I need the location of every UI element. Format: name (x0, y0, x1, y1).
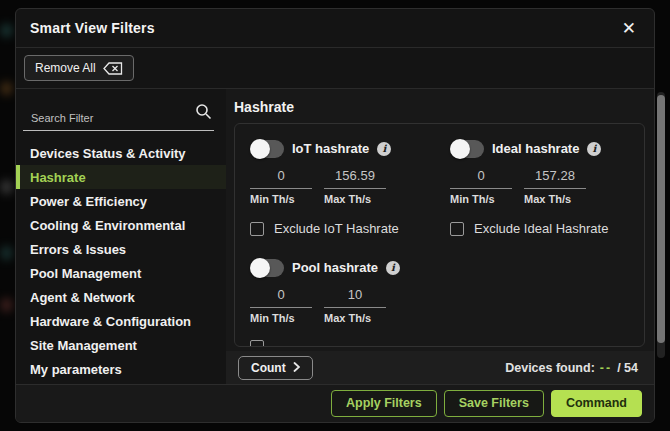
ideal-min-field: Min Th/s (450, 168, 512, 205)
sidebar-item-errors-issues[interactable]: Errors & Issues (16, 237, 226, 261)
max-ths-label: Max Th/s (324, 312, 386, 324)
max-ths-label: Max Th/s (524, 193, 586, 205)
iot-max-input[interactable] (324, 168, 386, 189)
iot-min-field: Min Th/s (250, 168, 312, 205)
sidebar-item-power-efficiency[interactable]: Power & Efficiency (16, 189, 226, 213)
sidebar-item-my-parameters[interactable]: My parameters (16, 357, 226, 381)
results-footer: Count Devices found: -- / 54 (226, 351, 654, 384)
command-button[interactable]: Command (551, 390, 642, 418)
sidebar-item-cooling-environmental[interactable]: Cooling & Environmental (16, 213, 226, 237)
sidebar-item-site-management[interactable]: Site Management (16, 333, 226, 357)
sidebar-item-agent-network[interactable]: Agent & Network (16, 285, 226, 309)
pool-max-input[interactable] (324, 287, 386, 308)
dialog-title: Smart View Filters (30, 20, 155, 36)
smart-view-filters-dialog: Smart View Filters ✕ Remove All (15, 8, 655, 423)
toggle-knob (250, 139, 270, 159)
min-ths-label: Min Th/s (250, 193, 312, 205)
hashrate-filter-panel: Hashrate IoT hashrate i Min Th/ (226, 89, 654, 384)
toggle-knob (450, 139, 470, 159)
exclude-ideal-hashrate-checkbox[interactable]: Exclude Ideal Hashrate (450, 221, 644, 236)
pool-min-field: Min Th/s (250, 287, 312, 324)
backdrop-blur-spot (1, 180, 12, 194)
ideal-hashrate-label: Ideal hashrate (492, 141, 579, 156)
info-icon[interactable]: i (587, 142, 601, 156)
dialog-action-bar: Apply Filters Save Filters Command (16, 384, 654, 422)
ideal-hashrate-toggle[interactable] (450, 140, 484, 158)
devices-found-label: Devices found: (505, 361, 595, 375)
pool-hashrate-toggle[interactable] (250, 259, 284, 277)
iot-hashrate-toggle[interactable] (250, 140, 284, 158)
exclude-ideal-hashrate-label: Exclude Ideal Hashrate (474, 221, 608, 236)
sidebar-item-devices-status-activity[interactable]: Devices Status & Activity (16, 141, 226, 165)
sidebar-item-hardware-configuration[interactable]: Hardware & Configuration (16, 309, 226, 333)
chevron-right-icon (293, 361, 300, 375)
exclude-iot-hashrate-checkbox[interactable]: Exclude IoT Hashrate (250, 221, 435, 236)
count-label: Count (251, 361, 286, 375)
apply-filters-button[interactable]: Apply Filters (331, 390, 437, 418)
checkbox-icon (250, 222, 264, 236)
min-ths-label: Min Th/s (250, 312, 312, 324)
hashrate-filters-card: IoT hashrate i Min Th/s Max Th/s (234, 123, 645, 347)
backdrop-blur-spot (1, 24, 12, 37)
backdrop-blur-spot (1, 82, 12, 95)
cut-off-checkbox[interactable] (250, 340, 435, 347)
ideal-min-input[interactable] (450, 168, 512, 189)
remove-all-label: Remove All (35, 61, 96, 75)
iot-max-field: Max Th/s (324, 168, 386, 205)
exclude-iot-hashrate-label: Exclude IoT Hashrate (274, 221, 399, 236)
ideal-max-input[interactable] (524, 168, 586, 189)
close-icon[interactable]: ✕ (618, 18, 640, 39)
backdrop-blur-spot (1, 246, 12, 260)
sidebar-item-hashrate[interactable]: Hashrate (16, 165, 226, 189)
ideal-hashrate-group: Ideal hashrate i Min Th/s Max Th/s (435, 139, 644, 236)
checkbox-icon (250, 340, 264, 347)
toggle-knob (250, 258, 270, 278)
max-ths-label: Max Th/s (324, 193, 386, 205)
pool-hashrate-group: Pool hashrate i Min Th/s Max Th/s (235, 258, 435, 347)
iot-min-input[interactable] (250, 168, 312, 189)
filter-category-list: Devices Status & Activity Hashrate Power… (16, 141, 226, 381)
vertical-scrollbar (657, 92, 665, 358)
pool-hashrate-label: Pool hashrate (292, 260, 378, 275)
count-button[interactable]: Count (238, 356, 313, 380)
min-ths-label: Min Th/s (450, 193, 512, 205)
iot-hashrate-group: IoT hashrate i Min Th/s Max Th/s (235, 139, 435, 236)
remove-all-button[interactable]: Remove All (24, 55, 134, 81)
devices-found-total: / 54 (617, 361, 638, 375)
filters-toolbar: Remove All (16, 48, 654, 89)
sidebar-item-pool-management[interactable]: Pool Management (16, 261, 226, 285)
devices-found-value: -- (600, 361, 612, 375)
backspace-icon (103, 62, 123, 75)
dialog-header: Smart View Filters ✕ (16, 9, 654, 48)
scrollbar-thumb[interactable] (657, 95, 665, 343)
section-title: Hashrate (226, 99, 654, 115)
info-icon[interactable]: i (377, 142, 391, 156)
filter-category-sidebar: Devices Status & Activity Hashrate Power… (16, 89, 226, 384)
search-input[interactable] (31, 112, 195, 124)
devices-found-status: Devices found: -- / 54 (505, 361, 638, 375)
pool-max-field: Max Th/s (324, 287, 386, 324)
ideal-max-field: Max Th/s (524, 168, 586, 205)
pool-min-input[interactable] (250, 287, 312, 308)
search-icon (195, 103, 212, 124)
dialog-body: Devices Status & Activity Hashrate Power… (16, 89, 654, 384)
backdrop-blur-spot (1, 298, 12, 312)
save-filters-button[interactable]: Save Filters (444, 390, 544, 418)
info-icon[interactable]: i (386, 261, 400, 275)
search-filter-box (23, 103, 214, 131)
checkbox-icon (450, 222, 464, 236)
iot-hashrate-label: IoT hashrate (292, 141, 369, 156)
